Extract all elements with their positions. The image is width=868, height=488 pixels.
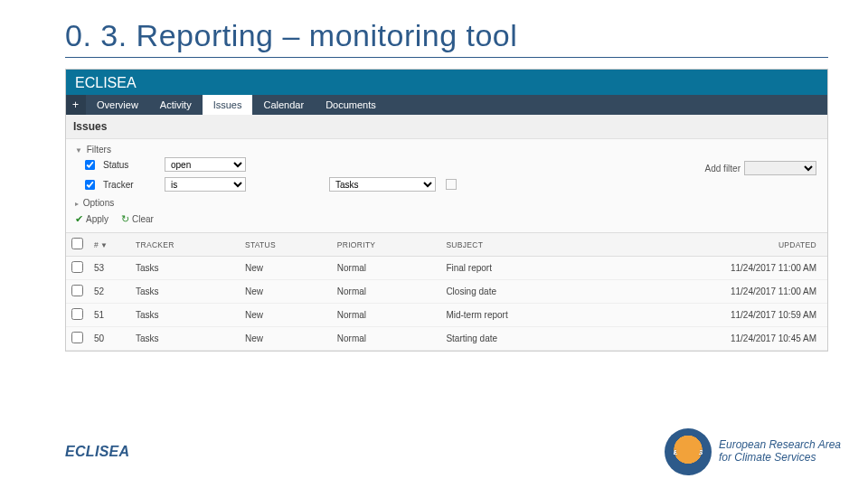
row-checkbox[interactable] — [71, 308, 83, 320]
tab-issues[interactable]: Issues — [203, 95, 253, 115]
tab-documents[interactable]: Documents — [315, 95, 387, 115]
tab-calendar[interactable]: Calendar — [252, 95, 315, 115]
cell-subject[interactable]: Mid-term report — [440, 304, 601, 327]
cell-id[interactable]: 50 — [89, 327, 130, 351]
select-all-checkbox[interactable] — [71, 238, 83, 249]
apply-button[interactable]: ✔ Apply — [75, 213, 108, 225]
cell-updated: 11/24/2017 10:45 AM — [601, 327, 827, 351]
pane-title: Issues — [66, 115, 827, 139]
era4cs-logo: ERA4CS — [665, 428, 712, 475]
table-row[interactable]: 50TasksNewNormalStarting date11/24/2017 … — [66, 327, 827, 351]
cell-tracker: Tasks — [130, 304, 240, 327]
add-filter: Add filter — [705, 161, 816, 175]
chevron-down-icon: ▼ — [75, 146, 82, 155]
cell-priority: Normal — [332, 327, 441, 351]
tab-overview[interactable]: Overview — [86, 95, 149, 115]
filters-label: Filters — [87, 145, 111, 155]
chevron-right-icon: ▸ — [75, 200, 79, 208]
filter-row-tracker: Tracker is Tasks — [75, 174, 818, 194]
filter-tracker-checkbox[interactable] — [85, 179, 95, 189]
row-checkbox[interactable] — [71, 261, 83, 273]
row-checkbox[interactable] — [71, 332, 83, 343]
cell-priority: Normal — [332, 257, 441, 280]
options-toggle[interactable]: ▸ Options — [75, 198, 818, 208]
cell-id[interactable]: 53 — [89, 257, 130, 280]
col-updated[interactable]: Updated — [601, 233, 827, 257]
options-label: Options — [83, 198, 114, 208]
cell-subject[interactable]: Final report — [440, 257, 601, 280]
col-tracker[interactable]: Tracker — [130, 233, 240, 257]
cell-id[interactable]: 51 — [89, 304, 130, 327]
col-id[interactable]: #▼ — [89, 233, 130, 257]
reload-icon: ↻ — [121, 213, 129, 225]
cell-status: New — [240, 304, 332, 327]
filter-status-name: Status — [103, 160, 157, 170]
page-title: 0. 3. Reporting – monitoring tool — [65, 18, 828, 53]
cell-priority: Normal — [332, 304, 441, 327]
footer-project: ECLISEA — [65, 444, 129, 460]
issues-table: #▼ Tracker Status Priority Subject Updat… — [66, 232, 827, 351]
cell-tracker: Tasks — [130, 327, 240, 351]
cell-status: New — [240, 327, 332, 351]
clear-label: Clear — [132, 214, 154, 224]
cell-updated: 11/24/2017 11:00 AM — [601, 280, 827, 304]
check-icon: ✔ — [75, 213, 83, 225]
col-status[interactable]: Status — [240, 233, 332, 257]
add-filter-select[interactable] — [744, 161, 816, 175]
project-name: ECLISEA — [66, 70, 827, 95]
cell-tracker: Tasks — [130, 280, 240, 304]
cell-updated: 11/24/2017 11:00 AM — [601, 257, 827, 280]
table-row[interactable]: 51TasksNewNormalMid-term report11/24/201… — [66, 304, 827, 327]
tab-new[interactable]: + — [66, 95, 86, 115]
tab-bar: + Overview Activity Issues Calendar Docu… — [66, 95, 827, 115]
tab-activity[interactable]: Activity — [149, 95, 203, 115]
row-checkbox[interactable] — [71, 285, 83, 296]
filter-status-checkbox[interactable] — [85, 159, 95, 169]
era4cs-text: European Research Area for Climate Servi… — [719, 439, 841, 465]
cell-id[interactable]: 52 — [89, 280, 130, 304]
cell-tracker: Tasks — [130, 257, 240, 280]
cell-updated: 11/24/2017 10:59 AM — [601, 304, 827, 327]
filter-tracker-op[interactable]: is — [165, 177, 246, 192]
slide-footer: ECLISEA ERA4CS European Research Area fo… — [0, 428, 868, 475]
table-row[interactable]: 52TasksNewNormalClosing date11/24/2017 1… — [66, 280, 827, 304]
cell-subject[interactable]: Closing date — [440, 280, 601, 304]
filter-multi-icon[interactable] — [446, 179, 457, 190]
clear-button[interactable]: ↻ Clear — [121, 213, 154, 225]
col-subject[interactable]: Subject — [440, 233, 601, 257]
add-filter-label: Add filter — [705, 164, 741, 174]
cell-status: New — [240, 257, 332, 280]
sort-desc-icon: ▼ — [100, 241, 108, 249]
cell-subject[interactable]: Starting date — [440, 327, 601, 351]
filter-tracker-name: Tracker — [103, 180, 157, 190]
cell-priority: Normal — [332, 280, 441, 304]
col-check[interactable] — [66, 233, 89, 257]
col-priority[interactable]: Priority — [332, 233, 441, 257]
filter-tracker-val[interactable]: Tasks — [329, 177, 436, 192]
cell-status: New — [240, 280, 332, 304]
redmine-screenshot: ECLISEA + Overview Activity Issues Calen… — [65, 69, 828, 352]
filter-status-op[interactable]: open — [165, 157, 246, 172]
apply-label: Apply — [86, 214, 108, 224]
table-row[interactable]: 53TasksNewNormalFinal report11/24/2017 1… — [66, 257, 827, 280]
filters-toggle[interactable]: ▼ Filters — [75, 145, 818, 155]
